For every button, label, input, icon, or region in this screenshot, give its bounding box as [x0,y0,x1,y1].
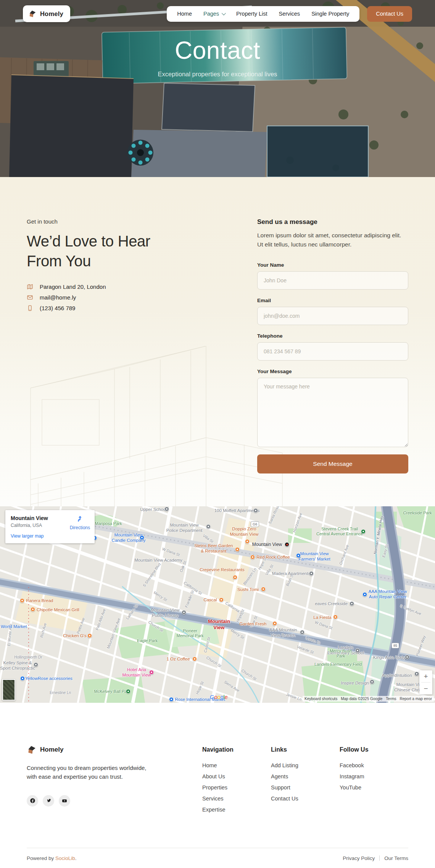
ball-green-icon [126,689,130,694]
footer-link-home[interactable]: Home [202,762,271,768]
nav-link-pages[interactable]: Pages [203,11,225,17]
zoom-in-button[interactable]: + [419,670,432,682]
dot-gray-icon [350,601,354,606]
footer-link-instagram[interactable]: Instagram [340,773,408,779]
map-label-orchard-ave: Orchard Ave [338,544,350,565]
satellite-view-thumbnail[interactable] [2,679,15,701]
footer-link-add-listing[interactable]: Add Listing [271,762,340,768]
dot-gray-icon [355,648,360,653]
map-label-jessie-ln: Jessie Ln [285,692,302,702]
pin-orange [272,621,277,626]
view-larger-map-link[interactable]: View larger map [11,533,44,539]
footer-bottom-bar: Powered by SocioLib. Privacy PolicyOur T… [27,848,408,868]
directions-button[interactable]: Directions [70,515,90,530]
map-label-blossom-ln: Blossom Ln [242,567,258,586]
footer-link-expertise[interactable]: Expertise [202,807,271,813]
map-label-loreto-st: Loreto St [305,636,321,645]
twitter-icon [46,798,52,804]
your-name-input[interactable] [257,271,408,290]
map-label-villa-st: Villa St [264,564,275,577]
map-label-castro-st: Castro St [203,636,212,653]
section-eyebrow: Get in touch [27,218,225,225]
footer-link-agents[interactable]: Agents [271,773,340,779]
powered-by: Powered by SocioLib. [27,855,77,861]
map-label-mercy-st: Mercy St [153,590,168,602]
map-label-garden-fresh: Garden Fresh [240,621,267,626]
footer-brand-column: Homely Connecting you to dream propertie… [27,745,202,818]
map-label-kelley-spine-sport-chiropractic: Kelley Spine & Sport Chiropractic [0,660,35,671]
tree-green-icon [361,529,366,534]
map-label-mercy-bush-park: Mercy Bush Park [330,649,352,659]
footer-link-facebook[interactable]: Facebook [340,762,408,768]
brand-logo[interactable]: Homely [23,5,70,22]
telephone-input[interactable] [257,342,408,361]
form-description: Lorem ipsum dolor sit amet, consectetur … [257,231,408,249]
map-label-e-evelyn-ave: E Evelyn Ave [399,604,422,616]
map-data-text: Map data ©2025 Google [341,697,382,701]
map-label-view-st: View St [249,615,258,629]
map-label-eagle-park: Eagle Park [137,638,158,643]
dot-gray-icon [309,571,314,576]
email-input[interactable] [257,307,408,325]
footer-link-youtube[interactable]: YouTube [340,784,408,791]
dot-gray-icon [182,610,186,615]
footer-link-support[interactable]: Support [271,784,340,791]
nav-right: HomePagesProperty ListServicesSingle Pro… [167,6,412,22]
map-label-mckelvey-ball-park: McKelvey Ball Park [94,689,130,694]
powered-by-suffix: . [75,855,77,861]
nav-link-home[interactable]: Home [177,11,192,17]
pin-orange [31,607,35,612]
google-logo-letter: g [220,694,223,700]
directions-icon [76,515,84,524]
map-label-world-market: World Market [1,624,27,629]
social-facebook-button[interactable] [27,795,38,807]
keyboard-shortcuts-link[interactable]: Keyboard shortcuts [304,697,337,701]
footer-link-about-us[interactable]: About Us [202,773,271,779]
footer-column-heading: Navigation [202,746,271,753]
map-label-mountain-view-ave: Mountain View Ave [106,617,121,649]
google-logo-letter: G [210,694,214,700]
chevron-down-icon [222,11,226,15]
google-map-embed[interactable]: Villa StW Dana StOak StCalifornia StFran… [0,506,435,703]
map-label-crepevine-restaurants: Crepevine Restaurants [200,567,245,572]
contact-us-button[interactable]: Contact Us [367,6,412,22]
footer-column-navigation: NavigationHomeAbout UsPropertiesServices… [202,745,271,818]
footer-logo[interactable]: Homely [27,745,202,755]
sociolib-link[interactable]: SocioLib [55,855,75,861]
map-label-appliedintuition: AppliedIntuition [382,673,412,678]
hero-aerial-photo [0,0,435,177]
nav-link-services[interactable]: Services [279,11,300,17]
pin-orange [235,547,240,552]
social-youtube-button[interactable] [59,795,70,807]
footer-row: Homely Connecting you to dream propertie… [27,745,408,818]
legal-link-our-terms[interactable]: Our Terms [384,855,408,861]
map-label-norman-y-mineta-hwy: Norman Y. Mineta Hwy [373,515,384,554]
map-label-100-moffett-apartments: 100 Moffett Apartments [214,508,260,513]
social-twitter-button[interactable] [43,795,54,807]
map-label-85: 85 [392,643,399,649]
map-label-pettis-ave: Pettis Ave [76,617,86,634]
footer-link-services[interactable]: Services [202,796,271,802]
report-map-error-link[interactable]: Report a map error [400,697,432,701]
map-label-hope-st: Hope St [257,556,268,571]
form-heading: Send us a message [257,218,408,226]
map-label-california-st: California St [183,581,203,596]
footer-link-contact-us[interactable]: Contact Us [271,796,340,802]
map-label-palo-alto-ave: Palo Alto Ave [95,608,107,631]
zoom-out-button[interactable]: − [419,683,432,694]
brand-name: Homely [40,746,63,754]
home-logo-icon [28,10,37,18]
map-label-landels-elementary-field: Landels Elementary Field [314,662,362,667]
footer-link-properties[interactable]: Properties [202,784,271,791]
map-label-el-monte-ave: El Monte Ave [6,623,13,646]
pin-orange [192,657,197,661]
nav-link-single-property[interactable]: Single Property [311,11,349,17]
send-message-button[interactable]: Send Message [257,454,408,473]
legal-link-privacy-policy[interactable]: Privacy Policy [343,855,375,861]
message-textarea[interactable] [257,378,408,447]
nav-link-property-list[interactable]: Property List [236,11,267,17]
youtube-icon [61,798,68,804]
map-label-upper-school: Upper School [140,507,167,512]
legal-links: Privacy PolicyOur Terms [343,855,408,861]
terms-link[interactable]: Terms [386,697,396,701]
